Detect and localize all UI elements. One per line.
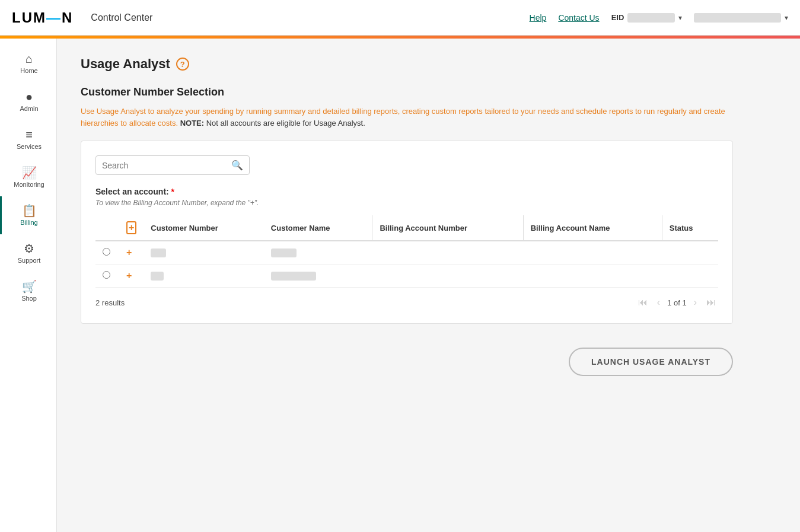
app-title: Control Center [91,12,152,23]
layout: ⌂ Home ● Admin ≡ Services 📈 Monitoring 📋… [0,39,800,532]
row2-billing-account-number [372,265,523,288]
sidebar-item-admin[interactable]: ● Admin [0,82,56,120]
launch-section: LAUNCH USAGE ANALYST [81,348,733,376]
row1-customer-number [144,241,264,265]
note-text: Not all accounts are eligible for Usage … [206,119,365,128]
of-label: of [674,298,682,307]
sidebar-home-label: Home [20,67,37,74]
description: Use Usage Analyst to analyze your spendi… [81,106,733,129]
row2-customer-number [144,265,264,288]
sidebar-billing-label: Billing [20,219,37,226]
logo-text: LUM—N [12,9,73,26]
sidebar-item-home[interactable]: ⌂ Home [0,44,56,82]
expand-all-icon[interactable]: + [126,221,136,234]
shop-icon: 🛒 [22,281,37,292]
row1-billing-account-number [372,241,523,265]
sidebar-item-billing[interactable]: 📋 Billing [0,196,56,234]
last-page-button[interactable]: ⏭ [704,296,718,309]
sidebar-item-services[interactable]: ≡ Services [0,120,56,158]
row2-customer-name-value [271,272,316,281]
row2-radio-cell [95,265,119,288]
expand-hint: To view the Billing Account Number, expa… [95,199,718,207]
select-label-text: Select an account: [95,187,169,196]
sidebar-services-label: Services [17,143,42,150]
prev-page-button[interactable]: ‹ [655,296,662,309]
row1-customer-name-value [271,249,297,257]
row1-expand-icon[interactable]: + [126,247,132,257]
next-page-button[interactable]: › [691,296,699,309]
row2-radio[interactable] [103,271,110,279]
help-circle-icon[interactable]: ? [176,58,189,71]
help-link[interactable]: Help [530,13,547,23]
support-icon: ⚙ [24,243,34,254]
th-status: Status [662,215,718,241]
row1-customer-name [264,241,372,265]
sidebar-support-label: Support [18,257,41,264]
search-container: 🔍 [95,155,250,175]
th-radio [95,215,119,241]
home-icon: ⌂ [26,53,33,65]
th-customer-name: Customer Name [264,215,372,241]
main-content: Usage Analyst ? Customer Number Selectio… [57,39,800,532]
sidebar-admin-label: Admin [20,105,38,112]
user-value [694,13,781,23]
table-header-row: + Customer Number Customer Name Billing … [95,215,718,241]
th-billing-account-number: Billing Account Number [372,215,523,241]
search-input[interactable] [102,161,231,170]
row1-radio[interactable] [103,248,110,256]
row2-customer-name [264,265,372,288]
row2-expand-cell: + [119,265,144,288]
row2-expand-icon[interactable]: + [126,270,132,281]
pagination-info: 1 of 1 [667,298,687,307]
sidebar: ⌂ Home ● Admin ≡ Services 📈 Monitoring 📋… [0,39,57,532]
sidebar-item-support[interactable]: ⚙ Support [0,234,56,272]
services-icon: ≡ [26,129,33,141]
user-section: ▾ [694,13,788,23]
admin-icon: ● [26,91,33,103]
results-count: 2 results [95,298,125,307]
sidebar-monitoring-label: Monitoring [14,181,44,188]
contact-link[interactable]: Contact Us [558,13,599,23]
th-customer-number: Customer Number [144,215,264,241]
monitoring-icon: 📈 [22,167,37,179]
logo: LUM—N [12,9,73,26]
eid-label: EID [611,13,624,22]
page-header: Usage Analyst ? [81,56,776,72]
page-title: Usage Analyst [81,56,170,72]
current-page: 1 [667,298,671,307]
table-row: + [95,265,718,288]
table-body: + [95,241,718,288]
billing-icon: 📋 [22,205,37,216]
user-chevron-icon[interactable]: ▾ [785,14,788,22]
search-icon: 🔍 [231,160,243,170]
select-account-label: Select an account: * [95,187,718,196]
pagination-controls: ⏮ ‹ 1 of 1 › ⏭ [636,296,718,309]
first-page-button[interactable]: ⏮ [636,296,650,309]
top-nav-right: Help Contact Us EID ▾ ▾ [530,13,788,23]
sidebar-item-monitoring[interactable]: 📈 Monitoring [0,158,56,196]
sidebar-shop-label: Shop [21,295,37,302]
row1-expand-cell: + [119,241,144,265]
row1-billing-account-name [523,241,662,265]
row2-customer-number-value [151,272,164,281]
row1-status [662,241,718,265]
eid-chevron-icon[interactable]: ▾ [678,14,682,22]
sidebar-item-shop[interactable]: 🛒 Shop [0,272,56,310]
row1-radio-cell [95,241,119,265]
top-nav: LUM—N Control Center Help Contact Us EID… [0,0,800,36]
table-row: + [95,241,718,265]
section-title: Customer Number Selection [81,86,776,98]
total-pages: 1 [682,298,686,307]
required-star: * [171,187,174,196]
row2-billing-account-name [523,265,662,288]
row2-status [662,265,718,288]
selection-card: 🔍 Select an account: * To view the Billi… [81,141,733,324]
note-label: NOTE: [180,119,204,128]
search-button[interactable]: 🔍 [231,160,243,171]
row1-customer-number-value [151,249,165,257]
launch-usage-analyst-button[interactable]: LAUNCH USAGE ANALYST [569,348,733,376]
eid-value [627,13,675,23]
th-billing-account-name: Billing Account Name [523,215,662,241]
eid-section: EID ▾ [611,13,683,23]
th-expand: + [119,215,144,241]
